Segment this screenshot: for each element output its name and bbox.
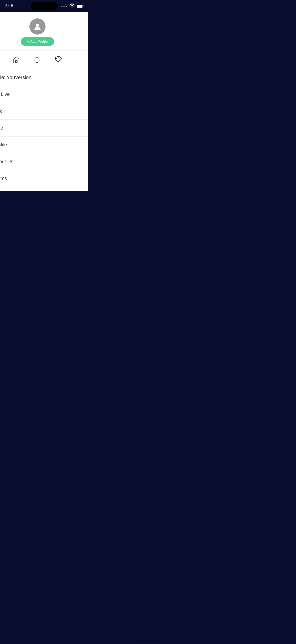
bell-icon	[33, 56, 41, 63]
menu-item-forms[interactable]: Forms	[0, 170, 88, 187]
svg-rect-10	[15, 60, 17, 63]
status-bar: 6:15	[0, 0, 88, 12]
home-icon-button[interactable]	[13, 56, 20, 63]
menu-item-fb-live[interactable]: FB Live	[0, 86, 88, 103]
svg-point-11	[56, 58, 57, 58]
menu-item-childrens-ministry[interactable]: Children's Ministry	[0, 187, 88, 191]
dynamic-island	[31, 2, 58, 10]
menu-item-profile[interactable]: Profile	[0, 136, 88, 153]
side-drawer: + Add Profile Bible: YouVersion	[0, 12, 88, 191]
menu-item-bible-youversion[interactable]: Bible: YouVersion	[0, 69, 88, 86]
battery-icon	[77, 5, 83, 8]
add-profile-button[interactable]: + Add Profile	[21, 37, 54, 46]
tags-icon	[54, 56, 62, 63]
menu-item-give[interactable]: Give	[0, 120, 88, 136]
drawer-profile-section: + Add Profile	[0, 12, 88, 50]
menu-item-link[interactable]: Link	[0, 103, 88, 120]
svg-point-9	[36, 24, 39, 27]
status-time: 6:15	[5, 4, 13, 8]
avatar	[29, 18, 45, 34]
drawer-icon-row	[0, 51, 88, 69]
home-icon	[13, 56, 20, 63]
drawer-menu: Bible: YouVersion FB Live Link Give Prof…	[0, 69, 88, 191]
tags-icon-button[interactable]	[54, 56, 62, 63]
notification-icon-button[interactable]	[33, 56, 41, 63]
wifi-icon	[69, 3, 75, 10]
svg-point-0	[72, 8, 72, 8]
status-icons	[61, 3, 83, 10]
signal-dots	[61, 6, 67, 7]
menu-item-about-us[interactable]: About Us	[0, 153, 88, 170]
person-icon	[33, 22, 41, 30]
